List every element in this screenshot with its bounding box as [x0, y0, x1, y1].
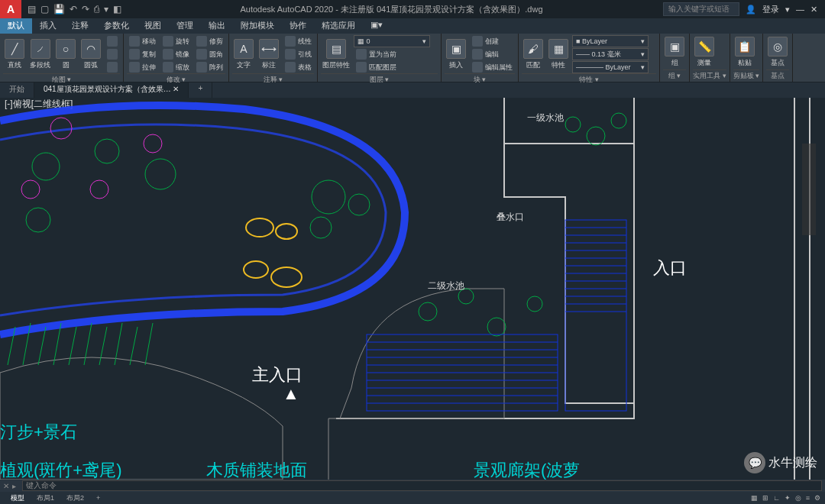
panel-annot-label: 注释 ▾	[232, 73, 314, 85]
table-button[interactable]: 表格	[283, 61, 314, 73]
fillet-button[interactable]: 圆角	[194, 48, 225, 60]
help-icon[interactable]: ▾	[785, 5, 790, 15]
qat-save-icon[interactable]: 💾	[53, 4, 65, 15]
stretch-button[interactable]: 拉伸	[127, 61, 158, 73]
status-grid-icon[interactable]: ▦	[751, 494, 758, 502]
svg-point-17	[21, 180, 40, 199]
tab-default[interactable]: 默认	[0, 18, 32, 34]
rect-button[interactable]	[105, 35, 120, 47]
tab-featured[interactable]: 精选应用	[314, 18, 363, 34]
status-polar-icon[interactable]: ✦	[785, 494, 791, 502]
lineweight-combo[interactable]: —— 0.13 毫米▾	[572, 48, 649, 60]
svg-point-20	[244, 261, 268, 278]
color-combo[interactable]: ■ ByLayer▾	[572, 35, 649, 47]
layer-props-button[interactable]: ▤图层特性	[321, 37, 351, 72]
scale-button[interactable]: 缩放	[160, 61, 192, 73]
copy-button[interactable]: 复制	[127, 48, 158, 60]
edit-attr-button[interactable]: 编辑属性	[470, 61, 515, 73]
tab-add[interactable]: +	[189, 82, 212, 98]
linear-button[interactable]: 线性	[283, 35, 314, 47]
group-button[interactable]: ▣组	[663, 35, 686, 69]
qat-share-icon[interactable]: ◧	[113, 4, 121, 15]
status-snap-icon[interactable]: ⊞	[762, 494, 768, 502]
cmd-close-icon[interactable]: ✕	[3, 482, 9, 490]
tab-manage[interactable]: 管理	[169, 18, 201, 34]
login-link[interactable]: 登录	[762, 4, 779, 15]
line-button[interactable]: ╱直线	[3, 37, 26, 72]
text-button[interactable]: A文字	[232, 37, 255, 72]
basepoint-button[interactable]: ◎基点	[766, 35, 789, 69]
tab-layout1[interactable]: 布局1	[31, 493, 60, 503]
wechat-icon: 💬	[744, 452, 765, 473]
bamboo	[8, 323, 153, 365]
qat-print-icon[interactable]: ⎙	[94, 4, 99, 15]
dimension-button[interactable]: ⟷标注	[257, 37, 280, 72]
match-layer-button[interactable]: 匹配图层	[354, 61, 438, 73]
nav-bar	[802, 144, 816, 235]
label-step: 汀步+景石	[0, 422, 77, 441]
mirror-button[interactable]: 镜像	[160, 48, 192, 60]
tab-output[interactable]: 输出	[201, 18, 233, 34]
svg-line-53	[130, 327, 138, 365]
command-input[interactable]: 键入命令	[22, 480, 822, 491]
measure-button[interactable]: 📏测量	[693, 35, 716, 69]
tab-annotate[interactable]: 注释	[64, 18, 96, 34]
circle-button[interactable]: ○圆	[54, 37, 77, 72]
qat-open-icon[interactable]: ▢	[40, 4, 49, 15]
qat-more-icon[interactable]: ▾	[104, 4, 108, 15]
array-button[interactable]: 阵列	[194, 61, 225, 73]
tab-start[interactable]: 开始	[0, 82, 34, 98]
layer-combo[interactable]: ▦ 0▾	[354, 35, 430, 47]
status-osnap-icon[interactable]: ◎	[795, 494, 801, 502]
leader-button[interactable]: 引线	[283, 48, 314, 60]
tab-file[interactable]: 041屋顶花园景观设计方案（含效果… ✕	[34, 82, 189, 98]
tab-layout2[interactable]: 布局2	[60, 493, 90, 503]
linetype-combo[interactable]: ———— ByLayer▾	[572, 61, 649, 73]
move-button[interactable]: 移动	[127, 35, 158, 47]
tab-parametric[interactable]: 参数化	[96, 18, 137, 34]
status-settings-icon[interactable]: ⚙	[814, 494, 820, 502]
user-icon[interactable]: 👤	[746, 5, 756, 15]
tab-collab[interactable]: 协作	[282, 18, 314, 34]
paste-button[interactable]: 📋粘贴	[733, 35, 756, 69]
create-block-button[interactable]: 创建	[470, 35, 515, 47]
qat-undo-icon[interactable]: ↶	[70, 4, 77, 15]
tab-view[interactable]: 视图	[137, 18, 169, 34]
match-props-button[interactable]: 🖌匹配	[522, 37, 545, 72]
qat-new-icon[interactable]: ▤	[28, 4, 36, 15]
svg-line-49	[69, 327, 76, 365]
hatch-button[interactable]	[105, 61, 120, 73]
tab-addins[interactable]: 附加模块	[233, 18, 282, 34]
rotate-button[interactable]: 旋转	[160, 35, 192, 47]
make-current-button[interactable]: 置为当前	[354, 48, 438, 60]
panel-util-label: 实用工具 ▾	[693, 69, 726, 81]
arc-button[interactable]: ◠圆弧	[79, 37, 102, 72]
app-logo[interactable]: A	[0, 0, 21, 18]
svg-point-5	[348, 194, 370, 215]
drawing-canvas[interactable]: [-]俯视[二维线框] 一级水池 二级水池 叠水口 主入口	[0, 98, 825, 480]
close-icon[interactable]: ✕	[810, 5, 817, 15]
ellipse-button[interactable]	[105, 48, 120, 60]
tab-insert[interactable]: 插入	[32, 18, 64, 34]
svg-line-47	[38, 327, 46, 365]
minimize-icon[interactable]: —	[796, 5, 804, 14]
polyline-button[interactable]: ⟋多段线	[28, 37, 52, 72]
tab-expand-icon[interactable]: ▣▾	[363, 18, 390, 34]
rocks	[244, 218, 302, 287]
svg-point-0	[32, 153, 60, 180]
status-ortho-icon[interactable]: ∟	[773, 494, 780, 502]
search-input[interactable]: 输入关键字或短语	[663, 2, 739, 16]
edit-block-button[interactable]: 编辑	[470, 48, 515, 60]
insert-block-button[interactable]: ▣插入	[445, 37, 467, 72]
decking	[367, 220, 626, 411]
trim-button[interactable]: 修剪	[194, 35, 225, 47]
status-lwt-icon[interactable]: ≡	[806, 494, 810, 502]
panel-block: ▣插入 创建 编辑 编辑属性 块 ▾	[442, 34, 519, 82]
tab-model[interactable]: 模型	[5, 493, 31, 503]
panel-utilities: 📏测量 实用工具 ▾	[690, 34, 730, 82]
tab-add-layout[interactable]: +	[90, 494, 106, 502]
panel-modify: 移动 复制 拉伸 旋转 镜像 缩放 修剪 圆角 阵列 修改 ▾	[124, 34, 229, 82]
file-tabs: 开始 041屋顶花园景观设计方案（含效果… ✕ +	[0, 82, 825, 98]
properties-button[interactable]: ▦特性	[547, 37, 570, 72]
qat-redo-icon[interactable]: ↷	[82, 4, 89, 15]
